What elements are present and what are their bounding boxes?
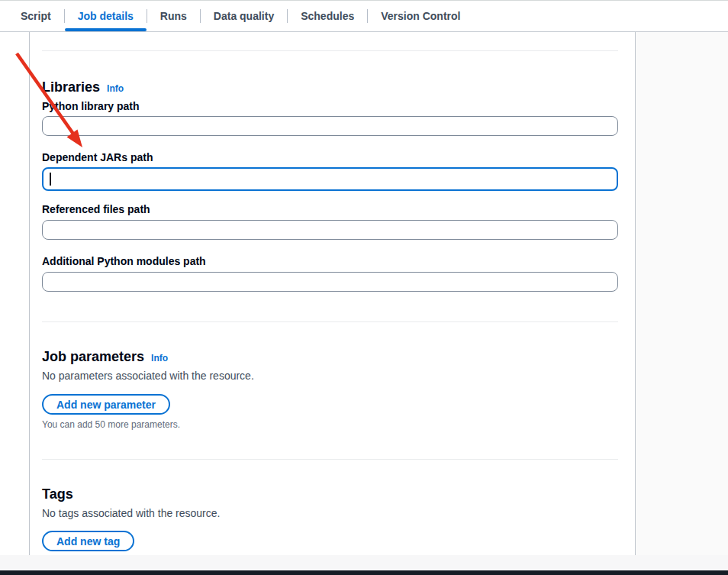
add-new-parameter-button[interactable]: Add new parameter [42, 394, 170, 415]
tab-data-quality-label: Data quality [214, 10, 274, 22]
job-parameters-helper-text: You can add 50 more parameters. [42, 419, 618, 430]
tab-schedules[interactable]: Schedules [288, 1, 367, 31]
bottom-strip [0, 555, 728, 570]
python-library-path-label: Python library path [42, 100, 618, 112]
job-parameters-info-link[interactable]: Info [151, 353, 168, 363]
tab-job-details[interactable]: Job details [65, 1, 147, 31]
tab-script-label: Script [21, 10, 51, 22]
section-divider [42, 321, 618, 322]
section-divider [42, 459, 618, 460]
tab-runs[interactable]: Runs [147, 1, 200, 31]
libraries-title: Libraries [42, 79, 100, 95]
right-gutter [636, 32, 728, 555]
active-tab-underline [65, 28, 147, 31]
tags-section-header: Tags [42, 486, 618, 502]
additional-python-modules-path-input[interactable] [42, 272, 618, 292]
job-parameters-section-header: Job parameters Info [42, 348, 618, 365]
add-new-tag-button[interactable]: Add new tag [42, 531, 134, 551]
content-row: Libraries Info Python library path Depen… [0, 32, 728, 555]
left-gutter [0, 32, 29, 555]
dependent-jars-path-field [42, 167, 618, 191]
section-divider [42, 50, 618, 51]
footer-bar [0, 570, 728, 575]
glue-job-details-page: Script Job details Runs Data quality Sch… [0, 0, 728, 575]
text-cursor [50, 173, 51, 186]
tab-runs-label: Runs [160, 10, 187, 22]
additional-python-modules-path-label: Additional Python modules path [42, 255, 618, 267]
tab-schedules-label: Schedules [301, 10, 354, 22]
tab-script[interactable]: Script [8, 1, 64, 31]
tags-title: Tags [42, 486, 73, 502]
job-parameters-empty-text: No parameters associated with the resour… [42, 369, 618, 383]
job-parameters-title: Job parameters [42, 348, 144, 365]
tab-job-details-label: Job details [78, 10, 134, 22]
libraries-info-link[interactable]: Info [107, 83, 124, 94]
tags-empty-text: No tags associated with the resource. [42, 506, 618, 520]
python-library-path-input[interactable] [42, 116, 618, 136]
tab-bar: Script Job details Runs Data quality Sch… [0, 0, 728, 32]
referenced-files-path-label: Referenced files path [42, 203, 618, 215]
dependent-jars-path-input[interactable] [42, 167, 618, 191]
referenced-files-path-input[interactable] [42, 220, 618, 240]
tab-version-control-label: Version Control [381, 10, 460, 22]
dependent-jars-path-label: Dependent JARs path [42, 151, 618, 163]
libraries-section-header: Libraries Info [42, 79, 618, 95]
tab-data-quality[interactable]: Data quality [201, 1, 287, 31]
tab-version-control[interactable]: Version Control [368, 1, 473, 31]
job-details-panel: Libraries Info Python library path Depen… [29, 32, 636, 555]
